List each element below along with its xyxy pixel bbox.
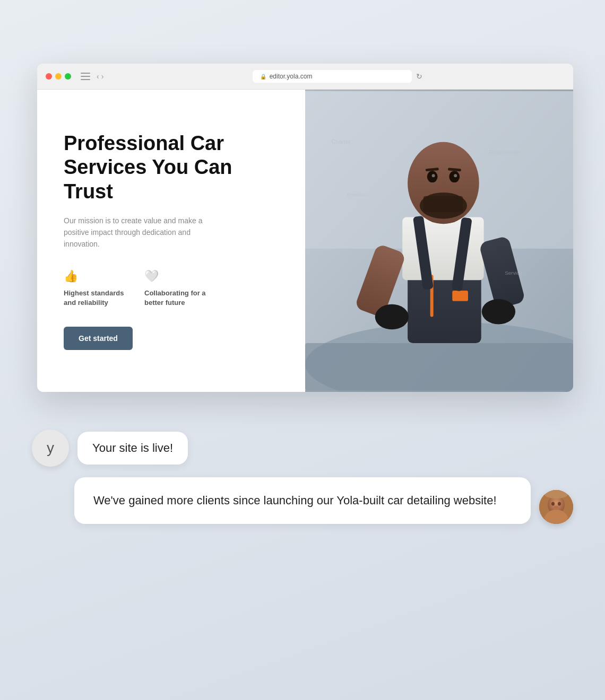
svg-text:Premium: Premium bbox=[347, 191, 368, 197]
forward-button[interactable]: › bbox=[101, 72, 104, 81]
sidebar-toggle-icon[interactable] bbox=[81, 73, 90, 80]
svg-point-33 bbox=[558, 502, 561, 505]
feature-item-1: 👍 Highest standards and reliability bbox=[64, 269, 127, 308]
user-avatar-svg bbox=[539, 490, 573, 524]
mechanic-illustration: Charter Roadmaster Premium Service bbox=[305, 90, 573, 392]
minimize-button[interactable] bbox=[55, 73, 62, 80]
browser-content: Professional Car Services You Can Trust … bbox=[37, 90, 573, 392]
get-started-button[interactable]: Get started bbox=[64, 327, 133, 350]
address-bar-wrapper: 🔒 editor.yola.com ↻ bbox=[110, 70, 565, 83]
svg-point-32 bbox=[551, 502, 555, 505]
traffic-lights bbox=[46, 73, 71, 80]
feature-2-label: Collaborating for a better future bbox=[144, 288, 208, 308]
maximize-button[interactable] bbox=[65, 73, 71, 80]
feature-item-2: 🤍 Collaborating for a better future bbox=[144, 269, 208, 308]
svg-point-23 bbox=[375, 304, 409, 330]
chat-section: y Your site is live! We've gained more c… bbox=[32, 430, 573, 524]
chat-bubble-site-live: Your site is live! bbox=[77, 432, 188, 465]
browser-chrome: ‹ › 🔒 editor.yola.com ↻ bbox=[37, 64, 573, 90]
svg-text:Charter: Charter bbox=[332, 138, 351, 145]
hero-description: Our mission is to create value and make … bbox=[64, 215, 212, 250]
svg-text:Roadmaster: Roadmaster bbox=[489, 149, 521, 155]
hero-image-panel: Charter Roadmaster Premium Service bbox=[305, 90, 573, 392]
chat-bubble-user-message: We've gained more clients since launchin… bbox=[74, 477, 531, 524]
svg-rect-3 bbox=[305, 343, 573, 390]
svg-rect-7 bbox=[452, 291, 468, 301]
close-button[interactable] bbox=[46, 73, 52, 80]
chat-row-yola: y Your site is live! bbox=[32, 430, 573, 467]
mechanic-image: Charter Roadmaster Premium Service bbox=[305, 90, 573, 392]
nav-arrows: ‹ › bbox=[97, 72, 103, 81]
lock-icon: 🔒 bbox=[260, 74, 266, 80]
svg-point-14 bbox=[432, 174, 435, 177]
chat-row-user: We've gained more clients since launchin… bbox=[32, 477, 573, 524]
svg-point-18 bbox=[438, 183, 449, 191]
svg-point-15 bbox=[454, 174, 457, 177]
features-row: 👍 Highest standards and reliability 🤍 Co… bbox=[64, 269, 279, 308]
svg-rect-11 bbox=[424, 196, 463, 212]
chat-message-2: We've gained more clients since launchin… bbox=[93, 494, 497, 507]
back-button[interactable]: ‹ bbox=[97, 72, 99, 81]
browser-window: ‹ › 🔒 editor.yola.com ↻ Professional Car… bbox=[37, 64, 573, 392]
chat-message-1: Your site is live! bbox=[92, 441, 173, 454]
svg-point-34 bbox=[554, 505, 558, 508]
hero-left-panel: Professional Car Services You Can Trust … bbox=[37, 90, 305, 392]
yola-avatar-letter: y bbox=[47, 440, 54, 457]
feature-1-label: Highest standards and reliability bbox=[64, 288, 127, 308]
user-avatar-image bbox=[539, 490, 573, 524]
address-bar[interactable]: 🔒 editor.yola.com bbox=[253, 70, 412, 83]
svg-text:Service: Service bbox=[505, 270, 522, 276]
thumbs-up-icon: 👍 bbox=[64, 269, 127, 283]
user-avatar bbox=[539, 490, 573, 524]
yola-avatar: y bbox=[32, 430, 69, 467]
svg-rect-35 bbox=[544, 490, 568, 498]
hero-title: Professional Car Services You Can Trust bbox=[64, 132, 279, 204]
svg-point-24 bbox=[482, 299, 515, 325]
heart-icon: 🤍 bbox=[144, 269, 208, 283]
url-text: editor.yola.com bbox=[270, 73, 313, 80]
reload-button[interactable]: ↻ bbox=[416, 72, 422, 81]
